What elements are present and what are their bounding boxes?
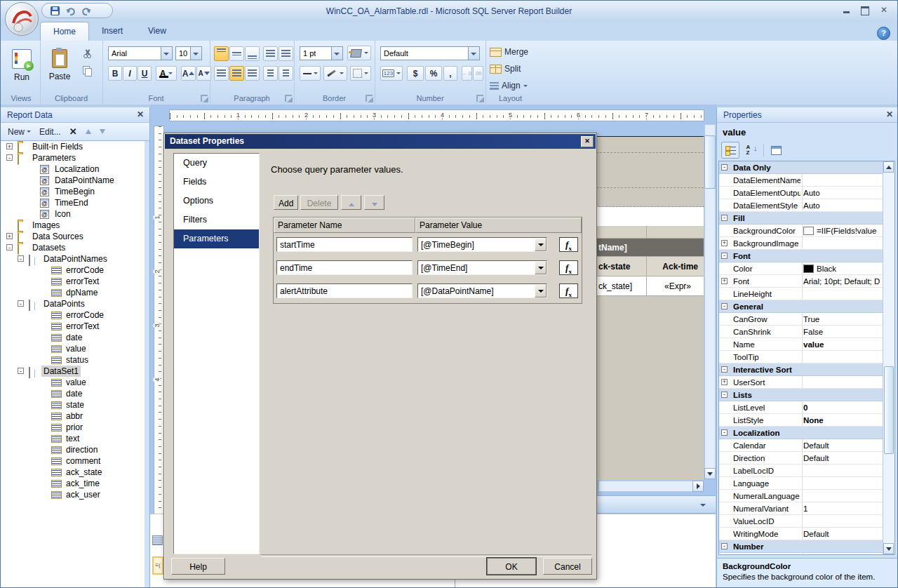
tree-item-parameters[interactable]: -Parameters: [1, 152, 145, 163]
delete-button[interactable]: ✕: [67, 125, 80, 138]
tree-item-errorcode[interactable]: errorCode: [1, 309, 145, 321]
tree-item-abbr[interactable]: abbr: [1, 410, 145, 422]
collapse-icon[interactable]: -: [721, 543, 728, 549]
add-button[interactable]: Add: [274, 195, 298, 210]
collapse-icon[interactable]: -: [721, 164, 728, 171]
property-row-lineheight[interactable]: LineHeight: [719, 288, 894, 300]
property-row-valuelocid[interactable]: ValueLocID: [719, 515, 894, 528]
numbering-button[interactable]: [279, 66, 293, 81]
property-row-backgroundimage[interactable]: +BackgroundImage: [719, 237, 894, 250]
tree-item-prior[interactable]: prior: [1, 422, 145, 433]
parameter-name-input[interactable]: [276, 283, 413, 298]
font-family-combobox[interactable]: Arial: [108, 46, 173, 60]
scroll-right-button[interactable]: [692, 481, 704, 492]
help-button[interactable]: Help: [171, 558, 225, 575]
horizontal-scrollbar[interactable]: [598, 481, 704, 492]
tree-item-date[interactable]: date: [1, 332, 145, 343]
move-down-button[interactable]: [97, 128, 108, 135]
run-button[interactable]: Run: [5, 44, 39, 93]
property-row-listlevel[interactable]: ListLevel0: [719, 401, 894, 414]
tree-item-dataset1[interactable]: -DataSet1: [1, 366, 145, 377]
fill-color-button[interactable]: [347, 46, 371, 60]
property-value[interactable]: value: [803, 338, 882, 351]
tablix-corner-handle-icon[interactable]: ≡(: [152, 556, 163, 575]
edit-button[interactable]: Edit...: [36, 126, 64, 138]
property-value[interactable]: 0: [803, 401, 882, 414]
border-width-combobox[interactable]: 1 pt: [300, 46, 343, 60]
property-row-dataelementname[interactable]: DataElementName: [719, 174, 894, 187]
property-value[interactable]: 1: [803, 502, 882, 515]
tree-item-state[interactable]: state: [1, 399, 145, 410]
scrollbar-thumb[interactable]: [884, 366, 894, 454]
property-value[interactable]: Arial; 10pt; Default; D: [803, 275, 882, 288]
collapse-icon[interactable]: -: [721, 253, 728, 259]
property-category-number[interactable]: -Number: [719, 540, 894, 553]
collapse-icon[interactable]: -: [18, 368, 24, 374]
tablix-row-handle-icon[interactable]: [152, 535, 163, 545]
application-menu-button[interactable]: [5, 2, 39, 36]
dialog-nav-fields[interactable]: Fields: [174, 173, 259, 192]
tree-item-errortext[interactable]: errorText: [1, 276, 145, 287]
shrink-font-button[interactable]: A: [196, 66, 211, 81]
property-row-color[interactable]: ColorBlack: [719, 262, 894, 275]
tree-item-built-in fields[interactable]: +Built-in Fields: [1, 141, 145, 152]
property-row-name[interactable]: Namevalue: [719, 338, 894, 351]
move-up-button[interactable]: [83, 128, 94, 135]
collapse-icon[interactable]: -: [6, 154, 13, 161]
property-row-cangrow[interactable]: CanGrowTrue: [719, 313, 894, 326]
collapse-icon[interactable]: -: [18, 255, 24, 262]
split-button[interactable]: Split: [490, 62, 521, 76]
tree-item-localization[interactable]: @Localization: [1, 163, 145, 175]
tree-item-comment[interactable]: comment: [1, 455, 145, 467]
tree-item-datasets[interactable]: -Datasets: [1, 242, 145, 253]
tree-item-value[interactable]: value: [1, 377, 145, 388]
scroll-down-button[interactable]: [883, 543, 894, 554]
chevron-down-icon[interactable]: [190, 47, 201, 60]
increase-decimal-button[interactable]: .00: [473, 66, 483, 81]
expand-icon[interactable]: +: [721, 240, 728, 246]
expression-button[interactable]: fx: [559, 237, 578, 252]
italic-button[interactable]: I: [123, 66, 137, 81]
property-category-fill[interactable]: -Fill: [719, 212, 894, 225]
expand-icon[interactable]: +: [6, 233, 13, 239]
move-down-button[interactable]: [364, 195, 384, 210]
tree-item-errorcode[interactable]: errorCode: [1, 265, 145, 276]
property-value[interactable]: Auto: [803, 187, 882, 199]
tree-item-dpname[interactable]: dpName: [1, 287, 145, 298]
tree-item-icon[interactable]: @Icon: [1, 208, 145, 220]
property-row-canshrink[interactable]: CanShrinkFalse: [719, 326, 894, 338]
dialog-nav-query[interactable]: Query: [174, 154, 259, 173]
tree-item-datapointnames[interactable]: -DataPointNames: [1, 253, 145, 265]
property-value[interactable]: Default: [803, 528, 882, 540]
property-category-interactive-sort[interactable]: -Interactive Sort: [719, 363, 894, 376]
decrease-decimal-button[interactable]: ←.0: [462, 66, 472, 81]
align-right-button[interactable]: [245, 66, 260, 81]
property-row-labellocid[interactable]: LabelLocID: [719, 465, 894, 477]
property-row-direction[interactable]: DirectionDefault: [719, 452, 894, 465]
border-color-button[interactable]: [323, 66, 347, 81]
property-row-numeralvariant[interactable]: NumeralVariant1: [719, 502, 894, 515]
collapse-icon[interactable]: -: [721, 392, 728, 398]
property-row-usersort[interactable]: +UserSort: [719, 376, 894, 389]
font-size-combobox[interactable]: 10: [175, 46, 202, 60]
align-middle-button[interactable]: [229, 46, 244, 61]
property-row-calendar[interactable]: CalendarDefault: [719, 439, 894, 452]
property-value[interactable]: False: [803, 326, 882, 338]
tree-item-status[interactable]: status: [1, 354, 145, 366]
cell-expr[interactable]: «Expr»: [664, 276, 691, 296]
expand-icon[interactable]: +: [721, 278, 728, 284]
copy-button[interactable]: [79, 63, 95, 78]
thousands-separator-button[interactable]: ,: [443, 66, 457, 81]
collapse-icon[interactable]: -: [721, 303, 728, 309]
tree-item-date[interactable]: date: [1, 388, 145, 399]
number-format-gallery-button[interactable]: 123: [380, 66, 403, 81]
property-row-backgroundcolor[interactable]: BackgroundColor=IIF(Fields!value: [719, 225, 894, 237]
chevron-down-icon[interactable]: [468, 47, 479, 60]
property-grid-scrollbar[interactable]: [883, 161, 894, 554]
minimize-button[interactable]: [843, 5, 850, 18]
align-center-button[interactable]: [229, 66, 244, 81]
dialog-title[interactable]: Dataset Properties: [165, 134, 596, 149]
property-row-dataelementoutpu[interactable]: DataElementOutpuAuto: [719, 187, 894, 199]
chevron-down-icon[interactable]: [161, 47, 172, 60]
tree-item-ack_state[interactable]: ack_state: [1, 467, 145, 478]
